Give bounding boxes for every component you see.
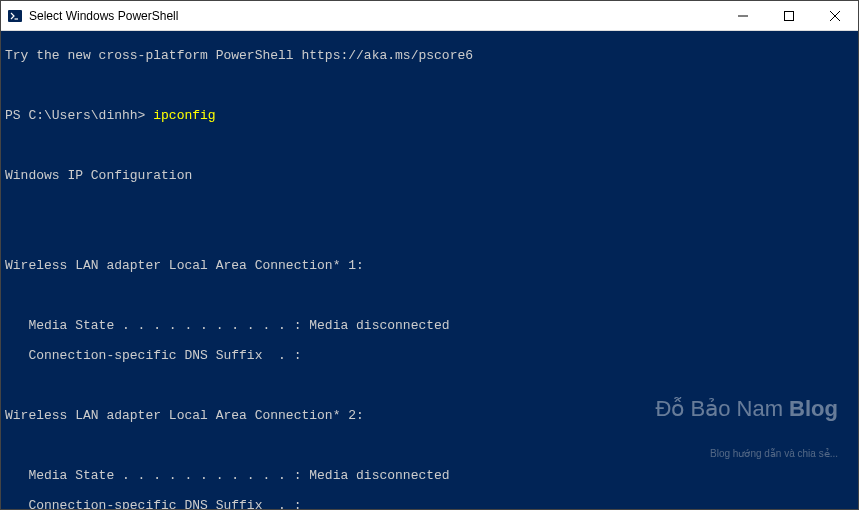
minimize-button[interactable]: [720, 1, 766, 30]
blank: [5, 228, 858, 243]
prompt-line: PS C:\Users\dinhh> ipconfig: [5, 108, 858, 123]
blank: [5, 378, 858, 393]
powershell-window: Select Windows PowerShell Try the new cr…: [0, 0, 859, 510]
adapter-title: Wireless LAN adapter Local Area Connecti…: [5, 258, 858, 273]
adapter-title: Wireless LAN adapter Local Area Connecti…: [5, 408, 858, 423]
dns-suffix: Connection-specific DNS Suffix . :: [5, 348, 858, 363]
media-state: Media State . . . . . . . . . . . : Medi…: [5, 468, 858, 483]
blank: [5, 78, 858, 93]
terminal-output[interactable]: Try the new cross-platform PowerShell ht…: [1, 31, 858, 509]
maximize-button[interactable]: [766, 1, 812, 30]
ipconfig-heading: Windows IP Configuration: [5, 168, 858, 183]
blank: [5, 198, 858, 213]
blank: [5, 138, 858, 153]
powershell-icon: [7, 8, 23, 24]
svg-rect-0: [8, 10, 22, 22]
command-text: ipconfig: [153, 108, 215, 123]
blank: [5, 438, 858, 453]
close-button[interactable]: [812, 1, 858, 30]
window-controls: [720, 1, 858, 30]
prompt-prefix: PS C:\Users\dinhh>: [5, 108, 153, 123]
dns-suffix: Connection-specific DNS Suffix . :: [5, 498, 858, 509]
svg-rect-3: [785, 11, 794, 20]
media-state: Media State . . . . . . . . . . . : Medi…: [5, 318, 858, 333]
window-title: Select Windows PowerShell: [29, 9, 720, 23]
titlebar[interactable]: Select Windows PowerShell: [1, 1, 858, 31]
intro-line: Try the new cross-platform PowerShell ht…: [5, 48, 858, 63]
blank: [5, 288, 858, 303]
